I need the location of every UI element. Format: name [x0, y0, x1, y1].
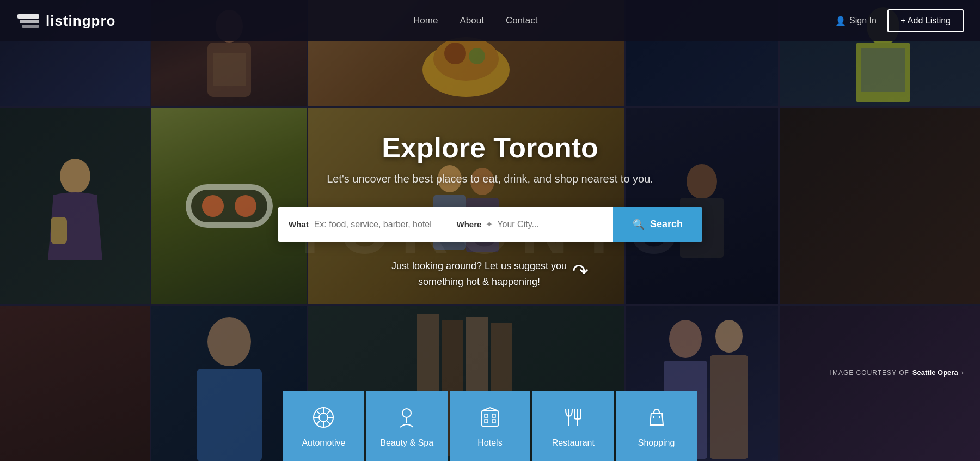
- svg-rect-49: [492, 414, 495, 417]
- svg-rect-2: [22, 25, 39, 28]
- svg-rect-50: [485, 420, 488, 423]
- sign-in-button[interactable]: 👤 Sign In: [835, 16, 877, 26]
- category-cards: Automotive Beauty & Spa Hotels: [283, 391, 697, 461]
- svg-rect-47: [482, 411, 498, 426]
- svg-point-36: [319, 413, 328, 422]
- navbar: listingpro Home About Contact 👤 Sign In …: [0, 0, 980, 41]
- svg-rect-51: [492, 420, 495, 423]
- add-listing-button[interactable]: + Add Listing: [887, 9, 964, 32]
- logo[interactable]: listingpro: [16, 9, 115, 33]
- svg-rect-48: [485, 414, 488, 417]
- hero-title: Explore Toronto: [382, 131, 598, 164]
- swirl-arrow-icon: ↷: [572, 256, 589, 287]
- search-icon: 🔍: [633, 219, 645, 230]
- user-icon: 👤: [835, 16, 846, 26]
- category-automotive[interactable]: Automotive: [283, 391, 364, 461]
- shopping-icon: [646, 407, 667, 432]
- nav-links: Home About Contact: [413, 15, 537, 26]
- image-courtesy-link[interactable]: Seattle Opera: [912, 368, 958, 377]
- category-restaurant[interactable]: Restaurant: [532, 391, 614, 461]
- where-input[interactable]: [497, 220, 602, 229]
- svg-rect-1: [20, 20, 39, 23]
- restaurant-label: Restaurant: [552, 438, 595, 448]
- svg-rect-0: [17, 14, 39, 19]
- shopping-label: Shopping: [638, 438, 675, 448]
- nav-actions: 👤 Sign In + Add Listing: [835, 9, 964, 32]
- search-bar: What Where ✦ 🔍 Search: [278, 207, 702, 242]
- nav-about[interactable]: About: [460, 15, 483, 26]
- location-icon: ✦: [486, 219, 493, 229]
- what-label: What: [289, 220, 309, 229]
- category-hotels[interactable]: Hotels: [450, 391, 531, 461]
- svg-point-45: [402, 409, 411, 417]
- svg-line-43: [327, 410, 331, 414]
- image-courtesy: IMAGE COURTESY OF Seattle Opera ›: [830, 368, 964, 377]
- category-shopping[interactable]: Shopping: [616, 391, 697, 461]
- svg-line-41: [316, 410, 320, 414]
- hotels-label: Hotels: [477, 438, 502, 448]
- search-button[interactable]: 🔍 Search: [613, 207, 702, 242]
- beauty-spa-label: Beauty & Spa: [380, 438, 433, 448]
- svg-line-44: [316, 421, 320, 425]
- search-where-section: Where ✦: [445, 207, 612, 242]
- restaurant-icon: [562, 407, 584, 432]
- hero-subtitle: Let's uncover the best places to eat, dr…: [327, 173, 653, 185]
- where-label: Where: [456, 220, 481, 229]
- beauty-spa-icon: [396, 407, 418, 432]
- category-beauty-spa[interactable]: Beauty & Spa: [366, 391, 448, 461]
- what-input[interactable]: [314, 220, 434, 229]
- looking-around: Just looking around? Let us suggest you …: [391, 258, 589, 290]
- svg-line-42: [327, 421, 331, 425]
- nav-home[interactable]: Home: [413, 15, 438, 26]
- image-courtesy-prefix: IMAGE COURTESY OF: [830, 369, 909, 377]
- logo-text: listingpro: [46, 13, 115, 29]
- automotive-icon: [313, 407, 334, 432]
- image-courtesy-arrow: ›: [961, 368, 964, 377]
- automotive-label: Automotive: [302, 438, 345, 448]
- looking-around-text: Just looking around? Let us suggest you …: [391, 258, 567, 290]
- nav-contact[interactable]: Contact: [506, 15, 538, 26]
- search-what-section: What: [278, 207, 445, 242]
- hotels-icon: [479, 407, 501, 432]
- logo-icon: [16, 9, 40, 33]
